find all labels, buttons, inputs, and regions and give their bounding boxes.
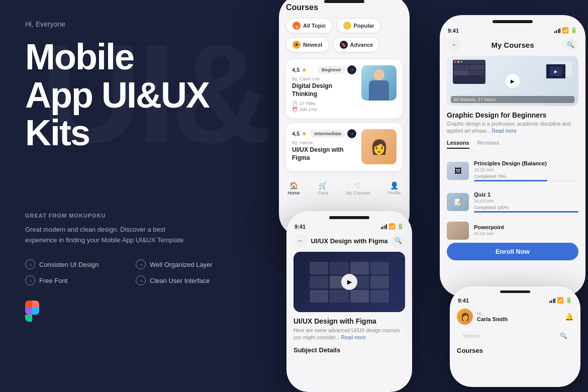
hero-meta-text: 60 lessons, 17 hours xyxy=(451,96,574,103)
lesson-name-1: Principles Design (Balance) xyxy=(474,160,578,166)
search-icon-4[interactable]: 🔍 xyxy=(560,332,567,339)
features-grid: → Consisten UI Design → Well Organized L… xyxy=(25,259,236,285)
lesson-thumb-1: 🖼 xyxy=(447,162,469,180)
arrow-icon-1: → xyxy=(25,259,35,269)
phone-uiux-design: 9:41 📶 🔋 ← UI/UX Design with Figma 🔍 xyxy=(286,211,412,392)
wifi-icon-4: 📶 xyxy=(557,297,564,304)
status-bar-2: 9:41 📶 🔋 xyxy=(440,23,585,36)
phone4-search-bar[interactable]: Search 🔍 xyxy=(457,329,573,343)
search-placeholder-text: Search xyxy=(463,333,557,339)
profile-text: Hi, Carla Smith xyxy=(477,311,508,322)
status-time-3: 9:41 xyxy=(295,224,306,230)
enroll-now-button[interactable]: Enroll Now xyxy=(447,243,578,260)
profile-greeting: Hi, xyxy=(477,311,508,316)
lesson-thumb-2: 📝 xyxy=(447,193,469,211)
graphic-design-desc: Graphic design is a profession, academic… xyxy=(440,121,585,135)
status-icons-2: 📶 🔋 xyxy=(554,27,578,34)
read-more-link-2[interactable]: Read more xyxy=(492,128,517,134)
notification-bell-icon[interactable]: 🔔 xyxy=(565,313,573,321)
nav-profile[interactable]: 👤 Profile xyxy=(388,181,401,195)
arrow-icon-3: → xyxy=(25,275,35,285)
powerpoint-duration: 15.03 min xyxy=(474,231,504,236)
signal-icon-4 xyxy=(549,298,556,303)
back-button-2[interactable]: ← xyxy=(448,38,462,52)
read-more-link-3[interactable]: Read more xyxy=(341,335,366,340)
wifi-icon-3: 📶 xyxy=(388,223,396,230)
lesson-info-1: Principles Design (Balance) 10.22 min Co… xyxy=(474,160,578,181)
phone-my-courses: 9:41 📶 🔋 ← My Courses 🔍 xyxy=(440,15,585,297)
newest-icon: ★ xyxy=(292,41,301,49)
course-name-1: Digital Design Thinking xyxy=(292,82,356,98)
lesson-item-2: 📝 Quiz 1 15.03 min Completed 100% xyxy=(440,187,585,217)
feature-label-4: Clean User Interface xyxy=(150,277,210,284)
feature-consisten: → Consisten UI Design xyxy=(25,259,126,269)
powerpoint-info: Powerpoint 15.03 min xyxy=(474,224,504,238)
description-text: Great modern and clean design. Discover … xyxy=(25,225,186,246)
status-icons-3: 📶 🔋 xyxy=(381,223,405,230)
popular-icon: ⚡ xyxy=(343,22,351,30)
course-thumb-1 xyxy=(361,65,397,101)
pill-advance[interactable]: 🔖 Advance xyxy=(333,37,380,52)
course-card-2: 4,5 ★ Intermediate → By, Hanna UI/UX Des… xyxy=(286,123,403,171)
lesson-info-2: Quiz 1 15.03 min Completed 100% xyxy=(474,191,578,213)
arrow-icon-4: → xyxy=(136,275,146,285)
pill-newest[interactable]: ★ Newest xyxy=(286,37,329,52)
advance-icon: 🔖 xyxy=(340,41,348,49)
feature-clean: → Clean User Interface xyxy=(136,275,236,285)
search-button-2[interactable]: 🔍 xyxy=(563,38,577,52)
tabs-row: Lessons Reviews xyxy=(440,137,585,152)
cart-icon: 🛒 xyxy=(319,181,327,189)
play-button-phone3[interactable]: ▶ xyxy=(341,274,357,290)
course-thumb-2: 👩 xyxy=(361,129,397,164)
powerpoint-section: Powerpoint 15.03 min Enroll Now xyxy=(440,219,585,263)
status-icons-4: 📶 🔋 xyxy=(549,297,573,304)
back-button-3[interactable]: ← xyxy=(293,234,308,248)
lesson-item-1: 🖼 Principles Design (Balance) 10.22 min … xyxy=(440,156,585,185)
arrow-btn-2[interactable]: → xyxy=(347,129,356,138)
lesson-duration-2: 15.03 min xyxy=(474,199,578,204)
hero-monitor: ▶ xyxy=(546,60,573,82)
feature-label-3: Free Font xyxy=(39,277,67,284)
course-by-2: By, Hanna xyxy=(292,140,356,145)
powerpoint-thumb xyxy=(447,222,469,240)
status-bar-3: 9:41 📶 🔋 xyxy=(286,219,412,232)
phone3-hero-image: ▶ xyxy=(293,252,405,312)
phone4-courses-title: Courses xyxy=(450,347,580,354)
nav-home[interactable]: 🏠 Home xyxy=(288,181,300,195)
level-badge-1: Beginner xyxy=(318,66,345,74)
pill-all-topic[interactable]: 🔥 All Topic xyxy=(286,18,333,33)
progress-bar-bg-2 xyxy=(474,211,578,213)
battery-icon: 🔋 xyxy=(570,27,577,34)
feature-label-1: Consisten UI Design xyxy=(39,261,99,268)
star-icon-1: ★ xyxy=(302,67,307,73)
progress-bar-fill-1 xyxy=(474,180,547,181)
search-button-3[interactable]: 🔍 xyxy=(391,234,405,248)
bottom-nav: 🏠 Home 🛒 Carts ♡ My Courses 👤 Profile xyxy=(279,176,410,198)
status-time-2: 9:41 xyxy=(448,28,459,34)
main-title: Mobile App UI&UX Kits xyxy=(25,38,236,152)
flame-icon: 🔥 xyxy=(292,22,301,30)
nav-my-courses[interactable]: ♡ My Courses xyxy=(346,181,370,195)
course-hero-image: ▶ ▶ 60 lessons, 17 hours xyxy=(447,56,578,106)
signal-icon-3 xyxy=(381,224,387,229)
lesson-name-2: Quiz 1 xyxy=(474,191,578,198)
left-panel: Hi, Everyone Mobile App UI&UX Kits GREAT… xyxy=(0,0,261,392)
status-bar-4: 9:41 📶 🔋 xyxy=(450,293,580,306)
nav-carts[interactable]: 🛒 Carts xyxy=(318,181,329,195)
phone-profile-search: 9:41 📶 🔋 👩 Hi, Carla Smith 🔔 Search 🔍 Co… xyxy=(450,286,580,387)
feature-label-2: Well Organized Layer xyxy=(150,261,213,268)
pill-popular[interactable]: ⚡ Popular xyxy=(337,18,381,33)
arrow-btn-1[interactable]: → xyxy=(347,65,356,74)
tab-reviews[interactable]: Reviews xyxy=(477,140,500,149)
tab-lessons[interactable]: Lessons xyxy=(447,140,469,149)
rating-value-1: 4,5 xyxy=(292,67,300,73)
greeting-text: Hi, Everyone xyxy=(25,20,236,28)
phone3-subtitle: Subject Details xyxy=(286,343,412,354)
star-icon-2: ★ xyxy=(302,131,307,137)
arrow-icon-2: → xyxy=(136,259,146,269)
battery-icon-4: 🔋 xyxy=(565,297,572,304)
progress-text-1: Completed 70% xyxy=(474,174,578,179)
phone3-course-title: UI/UX Design with Figma xyxy=(286,317,412,325)
hero-screen xyxy=(453,60,485,84)
play-button-hero[interactable]: ▶ xyxy=(506,74,520,88)
